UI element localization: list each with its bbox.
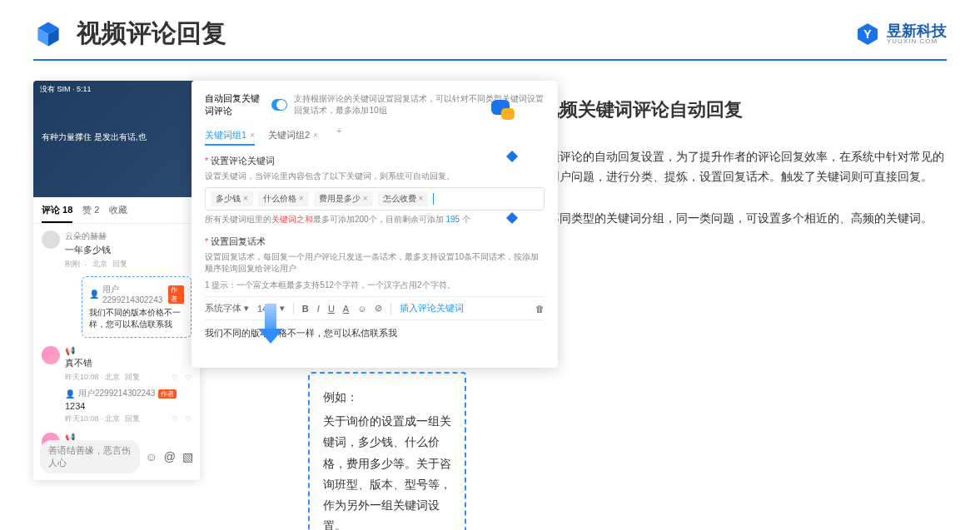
remove-tag-icon[interactable]: ×: [243, 194, 248, 203]
italic-button[interactable]: I: [317, 304, 320, 314]
hex-logo-icon: Y: [855, 22, 880, 47]
tab-favorites[interactable]: 收藏: [109, 204, 127, 216]
reply-link[interactable]: 回复: [112, 259, 127, 270]
example-title: 例如：: [323, 387, 451, 408]
title-divider: [33, 59, 947, 61]
close-icon[interactable]: ×: [313, 131, 318, 140]
heart-icon[interactable]: ♡: [172, 415, 178, 424]
example-box: 例如： 关于询价的设置成一组关键词，多少钱、什么价格，费用多少等。关于咨询班型、…: [308, 372, 466, 530]
heart-icon[interactable]: ♡: [172, 374, 178, 382]
broadcast-icon: 📢: [65, 346, 192, 355]
field-hint: 设置关键词，当评论里内容包含了以下关键词，则系统可自动回复。: [205, 171, 545, 182]
keyword-tag: 什么价格×: [258, 191, 309, 206]
remove-tag-icon[interactable]: ×: [299, 194, 304, 203]
comment-input-bar: 善语结善缘，恶言伤人心 ☺ @ ▧: [40, 440, 193, 473]
font-family-select[interactable]: 系统字体 ▾: [205, 302, 249, 315]
reply-avatar-icon: 👤: [89, 290, 99, 299]
reply-avatar-icon: 👤: [65, 389, 75, 399]
enable-toggle[interactable]: [271, 99, 287, 111]
bold-button[interactable]: B: [302, 304, 309, 314]
logo-subtext: YUUXIN.COM: [887, 38, 947, 45]
keyword-group-tab[interactable]: 关键词组1×: [205, 126, 255, 145]
svg-text:Y: Y: [863, 27, 872, 41]
add-tab-button[interactable]: +: [336, 126, 341, 145]
comment-username: 云朵的赫赫: [65, 230, 192, 242]
tab-likes[interactable]: 赞 2: [82, 204, 99, 216]
bullet-text: 支持不同类型的关键词分组，同一类问题，可设置多个相近的、高频的关键词。: [525, 209, 933, 229]
color-button[interactable]: A: [343, 304, 349, 314]
arrow-down-icon: [258, 304, 283, 345]
field-hint: 1 提示：一个富文本框最多支持512个字符，一个汉字占用2个字符。: [205, 280, 545, 291]
avatar: [42, 230, 60, 249]
field-label: 设置回复话术: [205, 235, 545, 248]
keyword-count-hint: 所有关键词组里的关键词之和最多可添加200个，目前剩余可添加 195 个: [205, 214, 545, 225]
keyword-tag: 怎么收费×: [378, 191, 429, 206]
panel-title: 自动回复关键词评论: [205, 92, 265, 117]
example-body: 关于询价的设置成一组关键词，多少钱、什么价格，费用多少等。关于咨询班型、版本、型…: [323, 411, 451, 530]
brand-logo: Y 昱新科技 YUUXIN.COM: [855, 22, 947, 47]
comment-text: 真不错: [65, 357, 192, 369]
author-badge: 作者: [158, 389, 177, 399]
keyword-tag: 多少钱×: [211, 191, 253, 206]
image-icon[interactable]: ▧: [182, 450, 193, 463]
comment-item: 📢 真不错 昨天10:08 · 北京 回复 ♡♡ 👤 用户22992143022…: [42, 346, 192, 424]
page-title: 视频评论回复: [77, 17, 226, 51]
reply-username: 用户2299214302243: [102, 284, 165, 305]
reply-text: 我们不同的版本价格不一样，您可以私信联系我: [89, 307, 184, 330]
auto-reply-bubble: 👤 用户2299214302243 作者 我们不同的版本价格不一样，您可以私信联…: [82, 276, 192, 338]
keyword-tag: 费用是多少×: [314, 191, 373, 206]
bullet-text: 短视频评论的自动回复设置，为了提升作者的评论回复效率，在系统中针对常见的评论用户…: [525, 147, 947, 187]
phone-status-bar: 没有 SIM · 5:11: [40, 84, 193, 95]
logo-text: 昱新科技: [887, 23, 947, 38]
keyword-group-tab[interactable]: 关键词组2×: [268, 126, 318, 145]
insert-keyword-link[interactable]: 插入评论关键词: [400, 302, 464, 315]
comment-item: 云朵的赫赫 一年多少钱 刚刚· 北京 回复 👤 用户2299214302243 …: [42, 230, 192, 338]
comment-input[interactable]: 善语结善缘，恶言伤人心: [40, 440, 140, 473]
delete-icon[interactable]: 🗑: [535, 304, 545, 314]
comment-text: 1234: [65, 401, 192, 411]
cube-icon: [33, 19, 63, 49]
tab-comments[interactable]: 评论 18: [42, 204, 72, 223]
emoji-icon[interactable]: ☺: [145, 450, 157, 463]
clear-button[interactable]: ⊘: [375, 303, 382, 314]
reply-link[interactable]: 回复: [125, 372, 140, 383]
editor-content[interactable]: 我们不同的版本价格不一样，您可以私信联系我: [205, 320, 545, 346]
close-icon[interactable]: ×: [250, 131, 255, 140]
bullet-item: 短视频评论的自动回复设置，为了提升作者的评论回复效率，在系统中针对常见的评论用户…: [508, 147, 947, 187]
editor-toolbar: 系统字体 ▾ 14px ▾ B I U A ☺ ⊘ 插入评论关键词 🗑: [205, 296, 545, 320]
underline-button[interactable]: U: [328, 304, 335, 314]
video-caption: 有种力量撑住 是发出有话,也: [42, 131, 147, 143]
field-hint: 设置回复话术，每回复一个用户评论只发送一条话术，最多支持设置10条不同话术，按添…: [205, 251, 545, 275]
page-header: 视频评论回复 Y 昱新科技 YUUXIN.COM: [0, 0, 980, 59]
phone-mockup: 没有 SIM · 5:11 有种力量撑住 是发出有话,也 评论 18 赞 2 收…: [33, 81, 200, 480]
field-label: 设置评论关键词: [205, 155, 545, 167]
at-icon[interactable]: @: [164, 450, 176, 463]
left-illustration: 没有 SIM · 5:11 有种力量撑住 是发出有话,也 评论 18 赞 2 收…: [33, 81, 466, 480]
dislike-icon[interactable]: ♡: [185, 415, 192, 424]
dislike-icon[interactable]: ♡: [185, 374, 192, 382]
reply-link[interactable]: 回复: [125, 414, 140, 424]
comment-text: 一年多少钱: [65, 244, 192, 256]
chat-bubbles-icon: [491, 100, 515, 120]
right-column: 短视频关键词评论自动回复 短视频评论的自动回复设置，为了提升作者的评论回复效率，…: [491, 81, 947, 480]
author-badge: 作者: [168, 285, 184, 304]
bullet-item: 支持不同类型的关键词分组，同一类问题，可设置多个相近的、高频的关键词。: [508, 209, 947, 229]
keyword-tags-input[interactable]: 多少钱× 什么价格× 费用是多少× 怎么收费×: [205, 187, 545, 211]
text-cursor: [433, 193, 434, 205]
remove-tag-icon[interactable]: ×: [363, 194, 368, 203]
settings-panel: 自动回复关键词评论 支持根据评论的关键词设置回复话术，可以针对不同类型关键词设置…: [192, 81, 558, 368]
remove-tag-icon[interactable]: ×: [419, 194, 424, 203]
avatar: [42, 346, 60, 364]
emoji-button[interactable]: ☺: [357, 304, 366, 314]
